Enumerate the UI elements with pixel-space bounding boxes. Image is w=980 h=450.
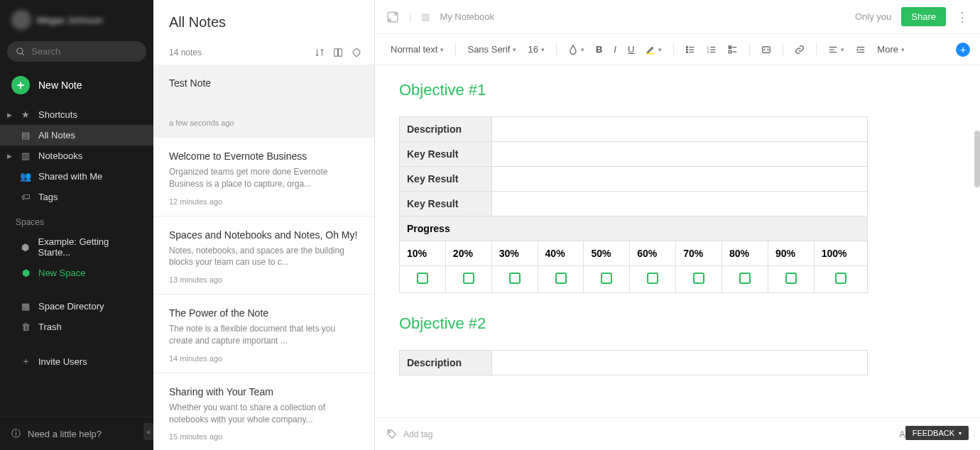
- note-preview: The note is a flexible document that let…: [169, 323, 359, 347]
- svg-rect-2: [334, 49, 338, 57]
- user-profile[interactable]: Megan Johnson: [0, 0, 153, 37]
- nav-new-space[interactable]: ⬢ New Space: [0, 263, 153, 283]
- view-icon[interactable]: [333, 48, 343, 57]
- table-header: Description: [400, 117, 492, 142]
- note-card[interactable]: Spaces and Notebooks and Notes, Oh My!No…: [153, 216, 374, 295]
- font-size-dropdown[interactable]: 16 ▾: [523, 41, 548, 57]
- note-time: 12 minutes ago: [169, 197, 359, 206]
- checkbox-cell[interactable]: [676, 266, 722, 293]
- nav-label: All Notes: [38, 130, 75, 141]
- checkbox-cell[interactable]: [445, 266, 491, 293]
- filter-icon[interactable]: [352, 48, 361, 57]
- note-preview: Notes, notebooks, and spaces are the bui…: [169, 245, 359, 269]
- font-dropdown[interactable]: Sans Serif ▾: [463, 41, 521, 57]
- table-cell[interactable]: [492, 167, 868, 192]
- numbered-list-button[interactable]: 123: [702, 42, 721, 57]
- nav-space-example[interactable]: ⬢ Example: Getting Starte...: [0, 231, 153, 263]
- search-input-wrapper[interactable]: [7, 41, 146, 62]
- sort-icon[interactable]: [315, 48, 325, 57]
- note-time: a few seconds ago: [169, 119, 359, 127]
- underline-button[interactable]: U: [624, 41, 638, 57]
- link-button[interactable]: [790, 42, 809, 57]
- text-color-button[interactable]: ▾: [564, 42, 589, 57]
- spaces-group-label: Spaces: [0, 207, 153, 231]
- percent-cell: 20%: [445, 241, 491, 266]
- nav-tags[interactable]: 🏷 Tags: [0, 187, 153, 207]
- table-cell[interactable]: [492, 117, 868, 142]
- nav-invite-users[interactable]: ＋ Invite Users: [0, 350, 153, 373]
- feedback-button[interactable]: FEEDBACK ▾: [905, 426, 969, 440]
- checkbox-cell[interactable]: [814, 266, 867, 293]
- heading: Objective #1: [399, 81, 956, 99]
- checkbox-cell[interactable]: [400, 266, 446, 293]
- table-cell[interactable]: [492, 351, 868, 375]
- chevron-down-icon: ▾: [658, 46, 662, 53]
- indent-button[interactable]: [851, 42, 870, 57]
- table-header: Key Result: [400, 142, 492, 167]
- checkbox-icon: [463, 273, 474, 284]
- note-card[interactable]: The Power of the NoteThe note is a flexi…: [153, 295, 374, 373]
- percent-cell: 30%: [491, 241, 538, 266]
- table-header: Key Result: [400, 167, 492, 192]
- chevron-right-icon: ▶: [7, 153, 13, 160]
- sidebar: Megan Johnson + New Note ▶ ★ Shortcuts ▤…: [0, 0, 153, 450]
- checkbox-cell[interactable]: [538, 266, 584, 293]
- checkbox-cell[interactable]: [768, 266, 814, 293]
- editor-content[interactable]: Objective #1 Description Key Result Key …: [375, 65, 980, 417]
- checkbox-cell[interactable]: [491, 266, 538, 293]
- toolbar-more-dropdown[interactable]: More ▾: [873, 41, 909, 57]
- notebook-name[interactable]: My Notebook: [440, 11, 494, 22]
- text-style-dropdown[interactable]: Normal text ▾: [386, 41, 448, 57]
- nav-notebooks[interactable]: ▶ ▥ Notebooks: [0, 146, 153, 166]
- more-menu-icon[interactable]: ⋮: [956, 9, 969, 25]
- bold-button[interactable]: B: [592, 41, 606, 57]
- share-button[interactable]: Share: [901, 7, 946, 26]
- nav-space-directory[interactable]: ▦ Space Directory: [0, 296, 153, 317]
- chevron-down-icon: ▾: [581, 46, 584, 53]
- nav-shortcuts[interactable]: ▶ ★ Shortcuts: [0, 104, 153, 125]
- objective-table: Description Key Result Key Result Key Re…: [399, 116, 868, 241]
- search-input[interactable]: [31, 46, 151, 57]
- note-card[interactable]: Test Notea few seconds ago: [153, 65, 374, 138]
- plus-icon: ＋: [20, 355, 31, 368]
- nav-all-notes[interactable]: ▤ All Notes: [0, 125, 153, 146]
- note-card[interactable]: Welcome to Evernote BusinessOrganized te…: [153, 138, 374, 216]
- note-card[interactable]: Sharing with Your TeamWhether you want t…: [153, 373, 374, 450]
- checkbox-cell[interactable]: [722, 266, 768, 293]
- percent-cell: 100%: [814, 241, 867, 266]
- checklist-button[interactable]: [724, 42, 742, 57]
- table-cell[interactable]: [492, 142, 868, 167]
- nav-trash[interactable]: 🗑 Trash: [0, 317, 153, 337]
- expand-icon[interactable]: [386, 11, 399, 23]
- help-link[interactable]: ⓘ Need a little help?: [0, 417, 153, 450]
- svg-point-8: [687, 49, 688, 50]
- collapse-sidebar-button[interactable]: «: [143, 423, 153, 440]
- bullet-list-button[interactable]: [681, 42, 699, 57]
- dropdown-label: 16: [528, 44, 538, 55]
- nav-label: Tags: [38, 192, 58, 202]
- table-cell[interactable]: [492, 192, 868, 216]
- svg-text:3: 3: [707, 50, 709, 53]
- scrollbar-thumb[interactable]: [974, 131, 980, 187]
- checkbox-icon: [835, 273, 846, 284]
- notebook-icon: ▥: [20, 150, 31, 161]
- nav-label: Notebooks: [38, 150, 82, 161]
- nav-label: Space Directory: [38, 301, 104, 312]
- svg-point-10: [687, 51, 688, 53]
- dropdown-label: More: [877, 44, 898, 55]
- code-block-button[interactable]: [757, 42, 775, 57]
- tag-icon: 🏷: [20, 192, 31, 202]
- highlight-button[interactable]: ▾: [641, 42, 666, 57]
- nav-shared[interactable]: 👥 Shared with Me: [0, 166, 153, 187]
- notebook-icon: ▥: [421, 11, 430, 22]
- checkbox-cell[interactable]: [630, 266, 676, 293]
- svg-rect-3: [339, 49, 342, 57]
- checkbox-cell[interactable]: [584, 266, 630, 293]
- tag-input-area[interactable]: Add tag: [386, 429, 432, 440]
- note-time: 13 minutes ago: [169, 275, 359, 284]
- align-button[interactable]: ▾: [824, 42, 849, 57]
- italic-button[interactable]: I: [609, 41, 621, 57]
- new-note-button[interactable]: + New Note: [0, 66, 153, 104]
- insert-button[interactable]: +: [956, 43, 970, 57]
- checkbox-icon: [693, 273, 704, 284]
